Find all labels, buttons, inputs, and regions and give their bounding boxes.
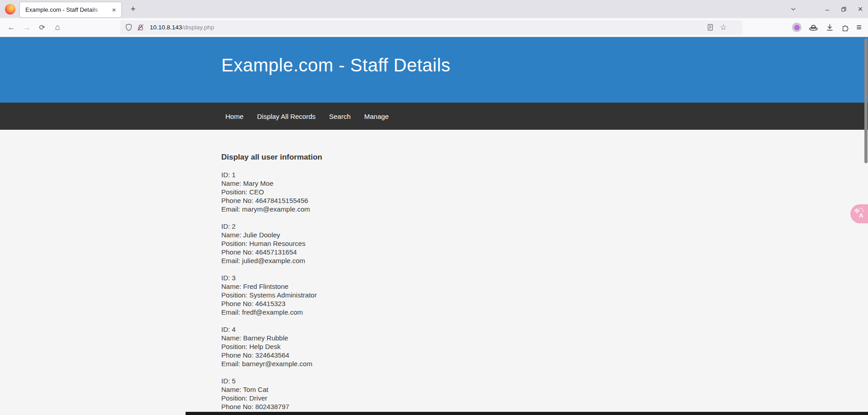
field-label: Position: <box>221 394 248 402</box>
field-label: ID: <box>221 222 230 230</box>
field-label: ID: <box>221 377 230 385</box>
app-menu-icon[interactable]: ≡ <box>856 22 862 33</box>
translate-floating-button[interactable]: 中 A <box>850 204 868 223</box>
field-label: Phone No: <box>221 351 253 359</box>
field-value: Fred Flintstone <box>243 283 288 290</box>
window-restore-button[interactable] <box>840 6 847 13</box>
vertical-scrollbar[interactable] <box>864 38 868 163</box>
extensions-puzzle-icon[interactable] <box>841 23 849 32</box>
translate-arrow-icon <box>859 208 863 212</box>
url-host: 10.10.8.143 <box>150 24 182 31</box>
downloads-icon[interactable] <box>825 23 834 32</box>
field-value: 324643564 <box>255 351 289 359</box>
tab-title: Example.com - Staff Details <box>25 6 110 13</box>
browser-toolbar: ← → ⟳ ⌂ 10.10.8.143/display.php ☆ <box>0 18 868 37</box>
field-value: 3 <box>232 274 235 282</box>
field-value: Human Resources <box>249 240 305 247</box>
field-value: 46478415155456 <box>255 197 308 204</box>
reload-button[interactable]: ⟳ <box>34 21 50 34</box>
url-bar[interactable]: 10.10.8.143/display.php ☆ <box>120 20 742 35</box>
field-label: ID: <box>221 171 230 179</box>
staff-record: ID: 3 Name: Fred Flintstone Position: Sy… <box>221 274 647 316</box>
field-value: Julie Dooley <box>243 231 280 239</box>
site-header: Example.com - Staff Details <box>0 37 868 103</box>
page-title: Example.com - Staff Details <box>221 37 647 75</box>
staff-record: ID: 2 Name: Julie Dooley Position: Human… <box>221 222 647 265</box>
field-label: Email: <box>221 257 240 264</box>
field-value: julied@example.com <box>242 257 305 264</box>
field-value: Tom Cat <box>243 386 268 393</box>
forward-button[interactable]: → <box>19 21 34 34</box>
staff-record: ID: 5 Name: Tom Cat Position: Driver Pho… <box>221 377 647 415</box>
field-label: Position: <box>221 188 248 196</box>
field-label: Position: <box>221 343 248 350</box>
field-value: 46457131654 <box>255 248 297 256</box>
section-heading: Display all user information <box>221 153 647 162</box>
field-value: barneyr@example.com <box>242 360 312 368</box>
url-path: /display.php <box>182 24 214 31</box>
field-value: 802438797 <box>255 403 289 410</box>
field-value: CEO <box>249 188 264 196</box>
field-label: Phone No: <box>221 300 253 307</box>
field-label: Email: <box>221 308 240 316</box>
tab-close-icon[interactable]: × <box>110 5 119 14</box>
nav-item-search[interactable]: Search <box>325 110 355 123</box>
field-label: Name: <box>221 231 241 239</box>
page-viewport: Example.com - Staff Details Home Display… <box>0 37 868 415</box>
url-text[interactable]: 10.10.8.143/display.php <box>150 24 214 31</box>
field-value: 4 <box>232 325 235 333</box>
hat-extension-icon[interactable] <box>808 22 819 33</box>
page-content: Display all user information ID: 1 Name:… <box>0 130 868 415</box>
bottom-edge-band <box>186 412 868 415</box>
translate-icon-latin: A <box>859 212 863 219</box>
staff-record: ID: 1 Name: Mary Moe Position: CEO Phone… <box>221 170 647 213</box>
field-value: Mary Moe <box>243 179 273 187</box>
field-label: Name: <box>221 334 241 342</box>
field-label: Phone No: <box>221 403 253 410</box>
window-close-button[interactable]: × <box>856 5 864 14</box>
browser-titlebar: Example.com - Staff Details × + – × <box>0 0 868 18</box>
field-value: fredf@example.com <box>242 308 303 316</box>
home-button[interactable]: ⌂ <box>50 21 65 34</box>
field-label: Phone No: <box>221 197 253 204</box>
field-label: Name: <box>221 283 241 290</box>
field-value: 1 <box>232 171 235 179</box>
reader-view-icon[interactable] <box>707 24 714 31</box>
field-label: ID: <box>221 325 230 333</box>
field-value: Barney Rubble <box>243 334 288 342</box>
field-value: 46415323 <box>255 300 286 307</box>
field-label: Name: <box>221 386 241 393</box>
firefox-logo-icon[interactable] <box>5 4 15 14</box>
field-label: Email: <box>221 205 240 213</box>
field-value: 5 <box>232 377 235 385</box>
field-value: Help Desk <box>249 343 281 350</box>
field-label: Position: <box>221 291 248 299</box>
window-minimize-button[interactable]: – <box>823 5 831 13</box>
tracking-shield-icon[interactable] <box>125 24 133 31</box>
account-avatar[interactable] <box>792 23 801 32</box>
insecure-lock-icon[interactable] <box>137 24 144 31</box>
back-button[interactable]: ← <box>4 21 19 34</box>
field-label: Email: <box>221 360 240 368</box>
field-label: Name: <box>221 179 241 187</box>
staff-record: ID: 4 Name: Barney Rubble Position: Help… <box>221 325 647 368</box>
field-value: 2 <box>232 222 235 230</box>
avatar-dot <box>794 25 800 30</box>
field-value: Driver <box>249 394 267 402</box>
field-value: Systems Administrator <box>249 291 317 299</box>
field-label: ID: <box>221 274 230 282</box>
site-nav: Home Display All Records Search Manage <box>0 103 868 130</box>
chevron-down-icon[interactable] <box>790 5 797 13</box>
field-label: Phone No: <box>221 248 253 256</box>
nav-item-display-all-records[interactable]: Display All Records <box>253 110 320 123</box>
nav-item-manage[interactable]: Manage <box>360 110 393 123</box>
field-label: Position: <box>221 240 248 247</box>
new-tab-button[interactable]: + <box>128 4 138 15</box>
browser-tab[interactable]: Example.com - Staff Details × <box>20 2 121 17</box>
nav-item-home[interactable]: Home <box>221 110 248 123</box>
field-value: marym@example.com <box>242 205 310 213</box>
bookmark-star-icon[interactable]: ☆ <box>720 23 727 32</box>
